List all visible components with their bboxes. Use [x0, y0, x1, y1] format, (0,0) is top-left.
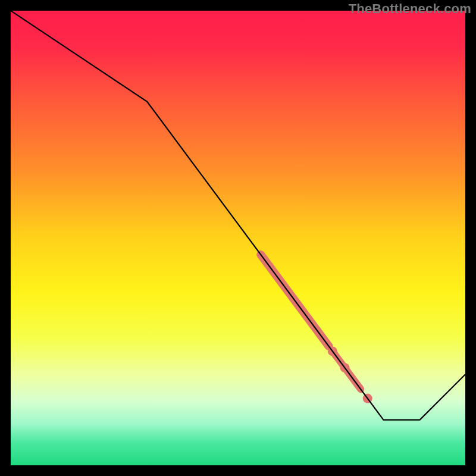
watermark-text: TheBottleneck.com	[349, 1, 471, 17]
bottleneck-chart	[11, 11, 465, 465]
chart-frame: TheBottleneck.com	[0, 0, 476, 476]
gradient-background	[11, 11, 465, 465]
